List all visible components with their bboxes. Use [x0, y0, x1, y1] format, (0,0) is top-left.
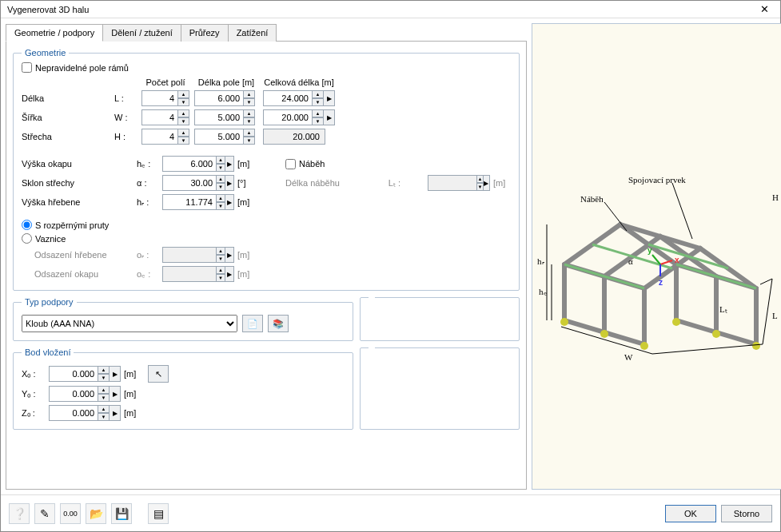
- total-W[interactable]: ▲▼ ▶: [263, 109, 335, 125]
- library-icon: 📚: [273, 319, 284, 329]
- svg-point-5: [752, 342, 760, 350]
- span-L-input[interactable]: [194, 90, 244, 106]
- haunch-checkbox[interactable]: Náběh: [285, 159, 349, 169]
- irregular-checkbox[interactable]: Nepravidelné pole rámů: [22, 62, 511, 73]
- svg-point-0: [560, 318, 568, 326]
- hdr-count: Počet polí: [141, 77, 189, 87]
- axis-z-icon: z: [659, 278, 663, 287]
- support-legend: Typ podpory: [22, 297, 77, 307]
- ridge-input[interactable]: ▲▼ ▶: [162, 194, 234, 210]
- spin-up-icon[interactable]: ▲: [178, 90, 189, 98]
- preview-sym-L: L: [772, 311, 778, 320]
- edit-icon: ✎: [40, 507, 50, 520]
- row-length-sym: L :: [114, 93, 137, 103]
- off-ridge-unit: [m]: [237, 250, 257, 260]
- ok-button[interactable]: OK: [665, 505, 716, 522]
- row-width-label: Šířka: [22, 113, 110, 122]
- support-group: Typ podpory Kloub (AAA NNA) 📄 📚: [13, 297, 353, 341]
- help-button[interactable]: ❔: [9, 503, 30, 524]
- tab-geometry[interactable]: Geometrie / podpory: [6, 24, 103, 42]
- sections-icon: ▤: [153, 507, 164, 520]
- eave-input[interactable]: ▲▼ ▶: [162, 156, 234, 172]
- y0-unit: [m]: [124, 389, 143, 399]
- goto-icon[interactable]: ▶: [110, 405, 121, 421]
- preview-sym-hr: hᵣ: [537, 256, 544, 266]
- count-W[interactable]: ▲▼: [141, 109, 189, 125]
- total-H-readonly: 20.000: [263, 129, 325, 145]
- radio-purlins[interactable]: Vaznice: [22, 233, 511, 244]
- radio-purlins-label: Vaznice: [35, 234, 66, 244]
- span-L[interactable]: ▲▼: [194, 90, 258, 106]
- hdr-span: Délka pole [m]: [194, 77, 258, 87]
- goto-icon[interactable]: ▶: [324, 90, 335, 106]
- preview-svg: Spojovací prvek Náběh H L W hᵣ hₑ Lₜ α x…: [532, 145, 781, 368]
- goto-icon[interactable]: ▶: [225, 175, 234, 191]
- z0-unit: [m]: [124, 408, 143, 418]
- goto-icon[interactable]: ▶: [324, 109, 335, 125]
- svg-point-4: [712, 330, 720, 338]
- total-L-input[interactable]: [263, 90, 313, 106]
- import-button[interactable]: 📂: [86, 503, 106, 524]
- count-H[interactable]: ▲▼: [141, 129, 189, 145]
- save-button[interactable]: 💾: [111, 503, 132, 524]
- goto-icon[interactable]: ▶: [110, 386, 121, 402]
- spin-up-icon[interactable]: ▲: [244, 90, 255, 98]
- sections-button[interactable]: ▤: [148, 503, 169, 524]
- radio-struts-label: S rozpěrnými pruty: [35, 220, 109, 230]
- haunch-len-sym: Lₜ :: [353, 178, 400, 189]
- haunch-len-input: ▲▼ ▶: [428, 175, 490, 191]
- irregular-checkbox-input[interactable]: [22, 62, 32, 73]
- new-icon: 📄: [247, 319, 258, 329]
- close-icon[interactable]: ✕: [751, 2, 777, 17]
- hdr-total: Celková délka [m]: [263, 77, 335, 87]
- radio-struts[interactable]: S rozpěrnými pruty: [22, 220, 511, 230]
- tab-sections[interactable]: Průřezy: [181, 24, 229, 42]
- count-L[interactable]: ▲▼: [141, 90, 189, 106]
- haunch-len-label: Délka náběhu: [285, 178, 349, 188]
- irregular-label: Nepravidelné pole rámů: [35, 63, 129, 73]
- pick-support-button[interactable]: 📚: [268, 315, 289, 332]
- preview-sym-W: W: [624, 352, 633, 362]
- spin-up-icon[interactable]: ▲: [313, 90, 324, 98]
- spin-down-icon[interactable]: ▼: [313, 98, 324, 106]
- off-ridge-sym: oᵣ :: [137, 250, 159, 260]
- x0-unit: [m]: [124, 369, 143, 379]
- pick-point-button[interactable]: ↖: [148, 365, 169, 383]
- tab-loads[interactable]: Zatížení: [228, 24, 277, 42]
- off-eave-label: Odsazení okapu: [22, 269, 133, 279]
- span-H[interactable]: ▲▼: [194, 129, 258, 145]
- x0-input[interactable]: ▲▼ ▶: [49, 366, 121, 382]
- extra-group-2: [360, 347, 520, 430]
- z0-input[interactable]: ▲▼ ▶: [49, 405, 121, 421]
- preview-panel: Spojovací prvek Náběh H L W hᵣ hₑ Lₜ α x…: [532, 23, 781, 490]
- spin-down-icon[interactable]: ▼: [244, 98, 255, 106]
- eave-unit: [m]: [237, 159, 257, 169]
- goto-icon[interactable]: ▶: [225, 194, 234, 210]
- preview-sym-he: hₑ: [539, 287, 548, 296]
- off-eave-input: ▲▼ ▶: [162, 266, 234, 282]
- tabs: Geometrie / podpory Dělení / ztužení Prů…: [6, 24, 527, 42]
- edit-button[interactable]: ✎: [34, 503, 55, 524]
- tab-bracing[interactable]: Dělení / ztužení: [102, 24, 181, 42]
- new-support-button[interactable]: 📄: [242, 315, 263, 332]
- spin-down-icon[interactable]: ▼: [178, 98, 189, 106]
- row-length-label: Délka: [22, 93, 110, 103]
- units-icon: 0.00: [63, 510, 78, 518]
- units-button[interactable]: 0.00: [60, 503, 81, 524]
- y0-input[interactable]: ▲▼ ▶: [49, 386, 121, 402]
- help-icon: ❔: [13, 507, 26, 520]
- window-title: Vygenerovat 3D halu: [4, 5, 751, 14]
- cancel-button[interactable]: Storno: [721, 505, 772, 522]
- off-eave-unit: [m]: [237, 269, 257, 279]
- total-L[interactable]: ▲▼ ▶: [263, 90, 335, 106]
- count-L-input[interactable]: [141, 90, 178, 106]
- geometry-group: Geometrie Nepravidelné pole rámů Počet p…: [13, 48, 520, 291]
- goto-icon[interactable]: ▶: [225, 156, 234, 172]
- support-select[interactable]: Kloub (AAA NNA): [22, 315, 237, 332]
- eave-sym: hₑ :: [137, 159, 159, 169]
- slope-input[interactable]: ▲▼ ▶: [162, 175, 234, 191]
- ridge-label: Výška hřebene: [22, 197, 133, 207]
- goto-icon[interactable]: ▶: [110, 366, 121, 382]
- span-W[interactable]: ▲▼: [194, 109, 258, 125]
- geometry-legend: Geometrie: [22, 48, 69, 58]
